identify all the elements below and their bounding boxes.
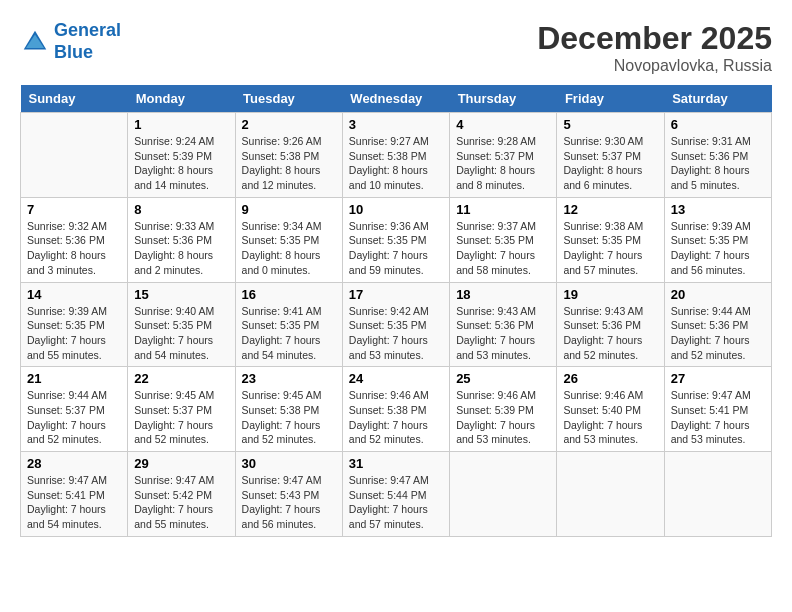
day-number: 18 xyxy=(456,287,550,302)
calendar-cell: 15Sunrise: 9:40 AM Sunset: 5:35 PM Dayli… xyxy=(128,282,235,367)
day-info: Sunrise: 9:45 AM Sunset: 5:38 PM Dayligh… xyxy=(242,388,336,447)
day-number: 17 xyxy=(349,287,443,302)
calendar-cell: 28Sunrise: 9:47 AM Sunset: 5:41 PM Dayli… xyxy=(21,452,128,537)
day-info: Sunrise: 9:43 AM Sunset: 5:36 PM Dayligh… xyxy=(563,304,657,363)
weekday-header-monday: Monday xyxy=(128,85,235,113)
day-info: Sunrise: 9:47 AM Sunset: 5:43 PM Dayligh… xyxy=(242,473,336,532)
day-number: 12 xyxy=(563,202,657,217)
day-info: Sunrise: 9:44 AM Sunset: 5:36 PM Dayligh… xyxy=(671,304,765,363)
calendar-cell: 9Sunrise: 9:34 AM Sunset: 5:35 PM Daylig… xyxy=(235,197,342,282)
day-info: Sunrise: 9:30 AM Sunset: 5:37 PM Dayligh… xyxy=(563,134,657,193)
calendar-cell: 14Sunrise: 9:39 AM Sunset: 5:35 PM Dayli… xyxy=(21,282,128,367)
calendar-cell: 10Sunrise: 9:36 AM Sunset: 5:35 PM Dayli… xyxy=(342,197,449,282)
calendar-cell: 7Sunrise: 9:32 AM Sunset: 5:36 PM Daylig… xyxy=(21,197,128,282)
day-number: 27 xyxy=(671,371,765,386)
logo-icon xyxy=(20,27,50,57)
calendar-cell: 1Sunrise: 9:24 AM Sunset: 5:39 PM Daylig… xyxy=(128,113,235,198)
logo-line1: General xyxy=(54,20,121,40)
day-info: Sunrise: 9:32 AM Sunset: 5:36 PM Dayligh… xyxy=(27,219,121,278)
day-info: Sunrise: 9:37 AM Sunset: 5:35 PM Dayligh… xyxy=(456,219,550,278)
day-info: Sunrise: 9:40 AM Sunset: 5:35 PM Dayligh… xyxy=(134,304,228,363)
calendar-cell xyxy=(450,452,557,537)
day-number: 20 xyxy=(671,287,765,302)
calendar-cell: 2Sunrise: 9:26 AM Sunset: 5:38 PM Daylig… xyxy=(235,113,342,198)
day-info: Sunrise: 9:33 AM Sunset: 5:36 PM Dayligh… xyxy=(134,219,228,278)
day-number: 23 xyxy=(242,371,336,386)
calendar-cell: 5Sunrise: 9:30 AM Sunset: 5:37 PM Daylig… xyxy=(557,113,664,198)
logo-text: General Blue xyxy=(54,20,121,63)
logo: General Blue xyxy=(20,20,121,63)
calendar-cell: 24Sunrise: 9:46 AM Sunset: 5:38 PM Dayli… xyxy=(342,367,449,452)
calendar-header: SundayMondayTuesdayWednesdayThursdayFrid… xyxy=(21,85,772,113)
day-info: Sunrise: 9:38 AM Sunset: 5:35 PM Dayligh… xyxy=(563,219,657,278)
day-number: 24 xyxy=(349,371,443,386)
calendar-week-row: 28Sunrise: 9:47 AM Sunset: 5:41 PM Dayli… xyxy=(21,452,772,537)
weekday-header-thursday: Thursday xyxy=(450,85,557,113)
day-info: Sunrise: 9:46 AM Sunset: 5:40 PM Dayligh… xyxy=(563,388,657,447)
day-number: 13 xyxy=(671,202,765,217)
weekday-header-wednesday: Wednesday xyxy=(342,85,449,113)
calendar-cell: 19Sunrise: 9:43 AM Sunset: 5:36 PM Dayli… xyxy=(557,282,664,367)
day-number: 11 xyxy=(456,202,550,217)
day-number: 26 xyxy=(563,371,657,386)
calendar-cell: 17Sunrise: 9:42 AM Sunset: 5:35 PM Dayli… xyxy=(342,282,449,367)
day-info: Sunrise: 9:45 AM Sunset: 5:37 PM Dayligh… xyxy=(134,388,228,447)
day-number: 8 xyxy=(134,202,228,217)
calendar-cell: 31Sunrise: 9:47 AM Sunset: 5:44 PM Dayli… xyxy=(342,452,449,537)
day-info: Sunrise: 9:47 AM Sunset: 5:42 PM Dayligh… xyxy=(134,473,228,532)
day-number: 29 xyxy=(134,456,228,471)
day-info: Sunrise: 9:47 AM Sunset: 5:41 PM Dayligh… xyxy=(671,388,765,447)
day-number: 4 xyxy=(456,117,550,132)
logo-line2: Blue xyxy=(54,42,93,62)
calendar-cell: 23Sunrise: 9:45 AM Sunset: 5:38 PM Dayli… xyxy=(235,367,342,452)
day-number: 3 xyxy=(349,117,443,132)
day-info: Sunrise: 9:43 AM Sunset: 5:36 PM Dayligh… xyxy=(456,304,550,363)
day-info: Sunrise: 9:41 AM Sunset: 5:35 PM Dayligh… xyxy=(242,304,336,363)
day-info: Sunrise: 9:44 AM Sunset: 5:37 PM Dayligh… xyxy=(27,388,121,447)
day-info: Sunrise: 9:27 AM Sunset: 5:38 PM Dayligh… xyxy=(349,134,443,193)
calendar-cell: 26Sunrise: 9:46 AM Sunset: 5:40 PM Dayli… xyxy=(557,367,664,452)
calendar-cell: 8Sunrise: 9:33 AM Sunset: 5:36 PM Daylig… xyxy=(128,197,235,282)
calendar-cell xyxy=(557,452,664,537)
calendar-cell: 3Sunrise: 9:27 AM Sunset: 5:38 PM Daylig… xyxy=(342,113,449,198)
calendar-cell: 29Sunrise: 9:47 AM Sunset: 5:42 PM Dayli… xyxy=(128,452,235,537)
calendar-week-row: 14Sunrise: 9:39 AM Sunset: 5:35 PM Dayli… xyxy=(21,282,772,367)
calendar-table: SundayMondayTuesdayWednesdayThursdayFrid… xyxy=(20,85,772,537)
day-number: 21 xyxy=(27,371,121,386)
day-number: 31 xyxy=(349,456,443,471)
day-info: Sunrise: 9:34 AM Sunset: 5:35 PM Dayligh… xyxy=(242,219,336,278)
calendar-cell: 25Sunrise: 9:46 AM Sunset: 5:39 PM Dayli… xyxy=(450,367,557,452)
calendar-cell xyxy=(21,113,128,198)
day-info: Sunrise: 9:24 AM Sunset: 5:39 PM Dayligh… xyxy=(134,134,228,193)
day-number: 25 xyxy=(456,371,550,386)
day-number: 6 xyxy=(671,117,765,132)
day-number: 14 xyxy=(27,287,121,302)
calendar-body: 1Sunrise: 9:24 AM Sunset: 5:39 PM Daylig… xyxy=(21,113,772,537)
day-number: 10 xyxy=(349,202,443,217)
calendar-cell xyxy=(664,452,771,537)
calendar-week-row: 21Sunrise: 9:44 AM Sunset: 5:37 PM Dayli… xyxy=(21,367,772,452)
day-info: Sunrise: 9:47 AM Sunset: 5:41 PM Dayligh… xyxy=(27,473,121,532)
weekday-header-row: SundayMondayTuesdayWednesdayThursdayFrid… xyxy=(21,85,772,113)
weekday-header-saturday: Saturday xyxy=(664,85,771,113)
weekday-header-tuesday: Tuesday xyxy=(235,85,342,113)
day-number: 2 xyxy=(242,117,336,132)
day-info: Sunrise: 9:46 AM Sunset: 5:38 PM Dayligh… xyxy=(349,388,443,447)
day-info: Sunrise: 9:28 AM Sunset: 5:37 PM Dayligh… xyxy=(456,134,550,193)
day-info: Sunrise: 9:39 AM Sunset: 5:35 PM Dayligh… xyxy=(671,219,765,278)
day-number: 16 xyxy=(242,287,336,302)
calendar-cell: 12Sunrise: 9:38 AM Sunset: 5:35 PM Dayli… xyxy=(557,197,664,282)
day-number: 5 xyxy=(563,117,657,132)
calendar-cell: 30Sunrise: 9:47 AM Sunset: 5:43 PM Dayli… xyxy=(235,452,342,537)
calendar-cell: 6Sunrise: 9:31 AM Sunset: 5:36 PM Daylig… xyxy=(664,113,771,198)
page-header: General Blue December 2025 Novopavlovka,… xyxy=(20,20,772,75)
day-number: 15 xyxy=(134,287,228,302)
day-info: Sunrise: 9:39 AM Sunset: 5:35 PM Dayligh… xyxy=(27,304,121,363)
day-info: Sunrise: 9:26 AM Sunset: 5:38 PM Dayligh… xyxy=(242,134,336,193)
calendar-cell: 16Sunrise: 9:41 AM Sunset: 5:35 PM Dayli… xyxy=(235,282,342,367)
day-info: Sunrise: 9:42 AM Sunset: 5:35 PM Dayligh… xyxy=(349,304,443,363)
day-number: 28 xyxy=(27,456,121,471)
calendar-cell: 21Sunrise: 9:44 AM Sunset: 5:37 PM Dayli… xyxy=(21,367,128,452)
day-number: 1 xyxy=(134,117,228,132)
day-info: Sunrise: 9:46 AM Sunset: 5:39 PM Dayligh… xyxy=(456,388,550,447)
